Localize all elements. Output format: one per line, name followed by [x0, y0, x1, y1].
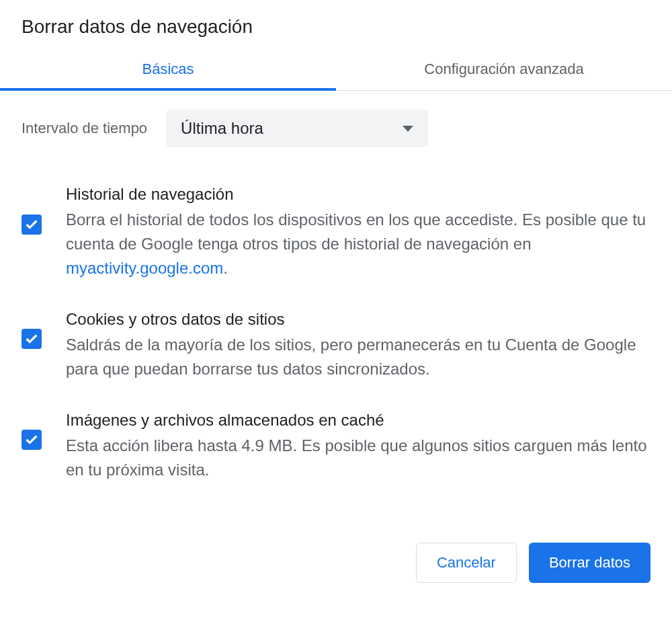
checkbox-cache[interactable]: [22, 430, 42, 450]
dialog-content: Intervalo de tiempo Última hora Historia…: [0, 91, 672, 482]
tab-basic[interactable]: Básicas: [0, 48, 336, 90]
check-icon: [24, 432, 39, 447]
checkbox-cookies[interactable]: [22, 329, 42, 349]
tab-advanced[interactable]: Configuración avanzada: [336, 48, 672, 90]
option-cookies-desc: Saldrás de la mayoría de los sitios, per…: [66, 333, 650, 381]
time-range-row: Intervalo de tiempo Última hora: [22, 110, 650, 147]
check-icon: [24, 217, 39, 232]
time-range-value: Última hora: [181, 119, 263, 138]
checkbox-wrapper-history: [22, 185, 42, 235]
dialog-footer: Cancelar Borrar datos: [0, 529, 672, 599]
chevron-down-icon: [403, 126, 413, 132]
option-cookies-text: Cookies y otros datos de sitios Saldrás …: [66, 310, 650, 381]
tab-basic-label: Básicas: [142, 61, 194, 77]
checkbox-history[interactable]: [22, 214, 42, 235]
time-range-label: Intervalo de tiempo: [22, 120, 147, 137]
option-history-desc: Borra el historial de todos los disposit…: [66, 208, 650, 280]
dialog-title: Borrar datos de navegación: [0, 0, 672, 48]
check-icon: [24, 331, 39, 346]
option-cookies-title: Cookies y otros datos de sitios: [66, 310, 650, 329]
option-cache: Imágenes y archivos almacenados en caché…: [22, 411, 650, 482]
option-cache-text: Imágenes y archivos almacenados en caché…: [66, 411, 650, 482]
option-history-title: Historial de navegación: [66, 185, 650, 204]
tabs-container: Básicas Configuración avanzada: [0, 48, 672, 91]
clear-browsing-data-dialog: Borrar datos de navegación Básicas Confi…: [0, 0, 672, 599]
option-cookies: Cookies y otros datos de sitios Saldrás …: [22, 310, 650, 381]
checkbox-wrapper-cache: [22, 411, 42, 450]
tab-advanced-label: Configuración avanzada: [424, 61, 583, 77]
option-cache-desc: Esta acción libera hasta 4.9 MB. Es posi…: [66, 434, 650, 482]
checkbox-wrapper-cookies: [22, 310, 42, 349]
option-history: Historial de navegación Borra el histori…: [22, 185, 650, 280]
cancel-button[interactable]: Cancelar: [416, 543, 517, 583]
time-range-select[interactable]: Última hora: [166, 110, 428, 147]
option-cache-title: Imágenes y archivos almacenados en caché: [66, 411, 650, 430]
clear-data-button[interactable]: Borrar datos: [529, 543, 650, 583]
option-history-desc-part1: Borra el historial de todos los disposit…: [66, 210, 646, 253]
option-history-desc-part2: .: [223, 259, 228, 277]
myactivity-link[interactable]: myactivity.google.com: [66, 259, 223, 277]
option-history-text: Historial de navegación Borra el histori…: [66, 185, 650, 280]
